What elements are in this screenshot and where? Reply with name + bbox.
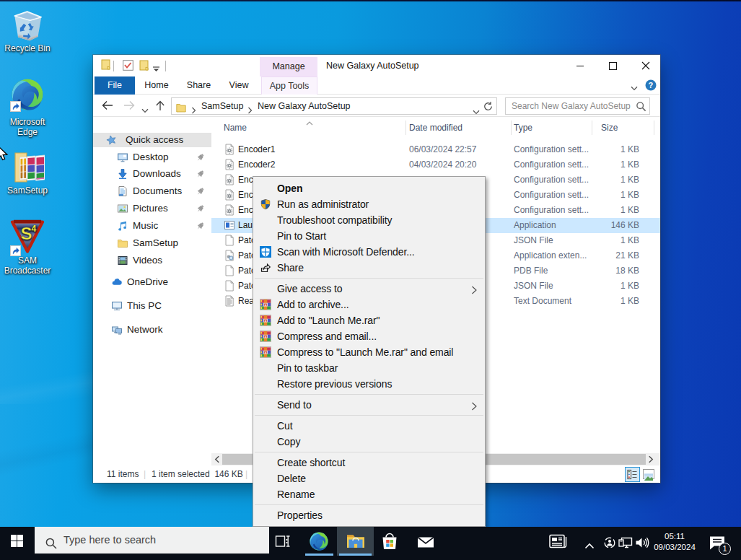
svg-text:S: S bbox=[21, 224, 32, 243]
svg-text:?: ? bbox=[649, 81, 654, 89]
svg-text:4: 4 bbox=[32, 224, 37, 234]
